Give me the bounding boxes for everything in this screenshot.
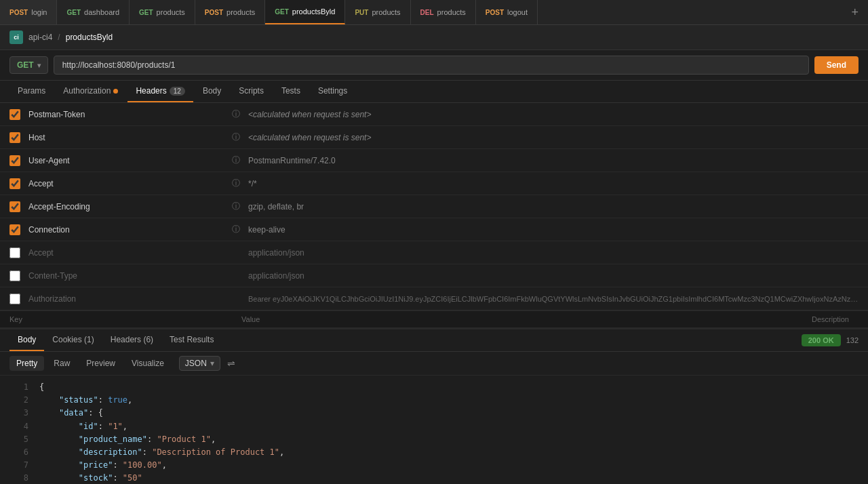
- col-value-label: Value: [241, 315, 812, 323]
- code-line-1: 1 {: [0, 381, 868, 394]
- header-row: Accept ⓘ */*: [0, 172, 868, 195]
- header-key-accept: Accept: [28, 179, 232, 188]
- code-line-2: 2 "status": true,: [0, 394, 868, 407]
- header-checkbox-content-type[interactable]: [9, 270, 20, 281]
- tab-body[interactable]: Body: [195, 81, 229, 102]
- info-icon6: ⓘ: [232, 224, 240, 235]
- header-row: Content-Type ⓘ application/json: [0, 264, 868, 287]
- format-select-label: JSON: [185, 359, 207, 368]
- tab-method-post3: POST: [486, 9, 504, 16]
- tab-settings[interactable]: Settings: [310, 81, 355, 102]
- breadcrumb: ci api-ci4 / productsByld: [0, 25, 868, 50]
- url-bar: GET ▾ Send: [0, 50, 868, 81]
- code-view: 1 { 2 "status": true, 3 "data": { 4 "id"…: [0, 376, 868, 484]
- tab-label-logout: logout: [507, 8, 528, 16]
- header-row: Authorization ⓘ Bearer eyJ0eXAiOiJKV1QiL…: [0, 287, 868, 310]
- tab-method-get: GET: [66, 9, 81, 16]
- tab-bar: POST login GET dashboard GET products PO…: [0, 0, 868, 25]
- header-key-authorization: Authorization: [28, 294, 232, 304]
- header-value-user-agent: PostmanRuntime/7.42.0: [248, 156, 859, 165]
- tab-dashboard[interactable]: GET dashboard: [57, 0, 130, 24]
- auth-dot-indicator: [113, 89, 118, 94]
- tab-products-getbyid[interactable]: GET productsByld: [265, 0, 345, 24]
- header-value-accept: */*: [248, 179, 859, 188]
- header-value-host: <calculated when request is sent>: [248, 133, 859, 142]
- header-value-accept2: application/json: [248, 248, 859, 258]
- info-icon5: ⓘ: [232, 201, 240, 212]
- tab-method-post2: POST: [205, 9, 223, 16]
- tab-products-put[interactable]: PUT products: [345, 0, 410, 24]
- header-checkbox-authorization[interactable]: [9, 294, 20, 304]
- tab-method-del: DEL: [420, 9, 434, 16]
- header-value-connection: keep-alive: [248, 225, 859, 235]
- format-select-dropdown[interactable]: JSON ▾: [179, 356, 220, 371]
- header-key-host: Host: [28, 133, 232, 142]
- send-button[interactable]: Send: [814, 56, 859, 74]
- add-tab-button[interactable]: +: [842, 0, 868, 24]
- info-icon3: ⓘ: [232, 155, 240, 166]
- tab-method-get2: GET: [139, 9, 153, 16]
- tab-label-products-post: products: [226, 8, 255, 16]
- header-checkbox-user-agent[interactable]: [9, 155, 20, 166]
- tab-label-login: login: [31, 8, 47, 16]
- request-tabs: Params Authorization Headers12 Body Scri…: [0, 81, 868, 103]
- format-bar: Pretty Raw Preview Visualize JSON ▾ ⇌: [0, 352, 868, 376]
- info-icon4: ⓘ: [232, 178, 240, 189]
- fmt-tab-visualize[interactable]: Visualize: [125, 356, 171, 371]
- header-checkbox-accept2[interactable]: [9, 247, 20, 258]
- tab-method-get3: GET: [275, 8, 289, 16]
- code-line-4: 4 "id": "1",: [0, 420, 868, 433]
- tab-scripts[interactable]: Scripts: [231, 81, 272, 102]
- header-value-postman-token: <calculated when request is sent>: [248, 110, 859, 119]
- header-key-connection: Connection: [28, 225, 232, 235]
- url-input[interactable]: [54, 56, 809, 75]
- resp-tab-body[interactable]: Body: [9, 329, 44, 351]
- header-checkbox-connection[interactable]: [9, 224, 20, 235]
- method-selector[interactable]: GET ▾: [9, 56, 48, 74]
- code-line-5: 5 "product_name": "Product 1",: [0, 433, 868, 446]
- tab-products-post[interactable]: POST products: [195, 0, 265, 24]
- tab-authorization[interactable]: Authorization: [55, 81, 126, 102]
- header-row: Accept ⓘ application/json: [0, 241, 868, 264]
- headers-column-labels: Key Value Description: [0, 310, 868, 328]
- code-line-7: 7 "price": "100.00",: [0, 459, 868, 472]
- tab-logout[interactable]: POST logout: [476, 0, 538, 24]
- header-row: Accept-Encoding ⓘ gzip, deflate, br: [0, 195, 868, 218]
- header-checkbox-host[interactable]: [9, 132, 20, 143]
- fmt-tab-preview[interactable]: Preview: [79, 356, 122, 371]
- code-line-8: 8 "stock": "50": [0, 472, 868, 484]
- resp-tab-cookies[interactable]: Cookies (1): [44, 329, 102, 351]
- fmt-tab-pretty[interactable]: Pretty: [9, 356, 44, 371]
- header-row: Connection ⓘ keep-alive: [0, 218, 868, 241]
- tab-label-dashboard: dashboard: [84, 8, 119, 16]
- tab-headers[interactable]: Headers12: [127, 81, 193, 102]
- breadcrumb-workspace[interactable]: api-ci4: [28, 33, 52, 42]
- tab-label-products-get: products: [157, 8, 185, 16]
- chevron-down-icon2: ▾: [210, 359, 214, 368]
- breadcrumb-separator: /: [58, 33, 60, 42]
- wrap-icon[interactable]: ⇌: [227, 358, 235, 369]
- status-badge: 200 OK: [802, 334, 841, 346]
- header-checkbox-accept-encoding[interactable]: [9, 201, 20, 212]
- header-key-accept-encoding: Accept-Encoding: [28, 202, 232, 211]
- header-key-postman-token: Postman-Token: [28, 110, 232, 119]
- header-checkbox-accept[interactable]: [9, 178, 20, 189]
- code-line-6: 6 "description": "Description of Product…: [0, 446, 868, 459]
- fmt-tab-raw[interactable]: Raw: [47, 356, 77, 371]
- resp-tab-test-results[interactable]: Test Results: [161, 329, 222, 351]
- resp-tab-headers[interactable]: Headers (6): [102, 329, 161, 351]
- code-line-3: 3 "data": {: [0, 407, 868, 420]
- tab-label-products-del: products: [437, 8, 466, 16]
- header-value-authorization: Bearer eyJ0eXAiOiJKV1QiLCJhbGciOiJIUzI1N…: [248, 295, 859, 303]
- tab-params[interactable]: Params: [9, 81, 54, 102]
- chevron-down-icon: ▾: [37, 62, 41, 69]
- tab-products-del[interactable]: DEL products: [411, 0, 476, 24]
- header-value-content-type: application/json: [248, 271, 859, 281]
- header-key-accept2: Accept: [28, 248, 232, 258]
- header-value-accept-encoding: gzip, deflate, br: [248, 202, 859, 211]
- tab-login[interactable]: POST login: [0, 0, 57, 24]
- header-checkbox-postman-token[interactable]: [9, 109, 20, 120]
- response-tabs-bar: Body Cookies (1) Headers (6) Test Result…: [0, 328, 868, 352]
- tab-tests[interactable]: Tests: [273, 81, 309, 102]
- tab-products-get[interactable]: GET products: [130, 0, 195, 24]
